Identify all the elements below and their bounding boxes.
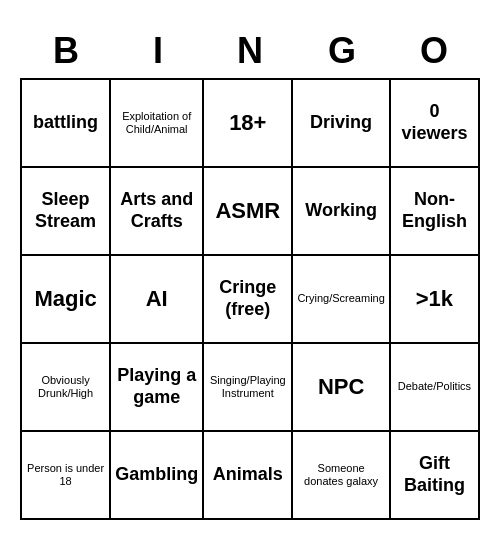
- bingo-cell-14: >1k: [391, 256, 480, 344]
- bingo-cell-3: Driving: [293, 80, 390, 168]
- bingo-cell-2: 18+: [204, 80, 293, 168]
- bingo-cell-16: Playing a game: [111, 344, 204, 432]
- bingo-letter: O: [388, 24, 480, 78]
- bingo-cell-17: Singing/Playing Instrument: [204, 344, 293, 432]
- bingo-card: BINGO battlingExploitation of Child/Anim…: [10, 14, 490, 530]
- bingo-cell-5: Sleep Stream: [22, 168, 111, 256]
- bingo-cell-8: Working: [293, 168, 390, 256]
- bingo-cell-18: NPC: [293, 344, 390, 432]
- bingo-cell-12: Cringe (free): [204, 256, 293, 344]
- bingo-cell-21: Gambling: [111, 432, 204, 520]
- bingo-cell-22: Animals: [204, 432, 293, 520]
- bingo-letter: B: [20, 24, 112, 78]
- bingo-header: BINGO: [20, 24, 480, 78]
- bingo-cell-7: ASMR: [204, 168, 293, 256]
- bingo-cell-1: Exploitation of Child/Animal: [111, 80, 204, 168]
- bingo-cell-15: Obviously Drunk/High: [22, 344, 111, 432]
- bingo-cell-4: 0 viewers: [391, 80, 480, 168]
- bingo-cell-13: Crying/Screaming: [293, 256, 390, 344]
- bingo-cell-23: Someone donates galaxy: [293, 432, 390, 520]
- bingo-cell-6: Arts and Crafts: [111, 168, 204, 256]
- bingo-letter: G: [296, 24, 388, 78]
- bingo-cell-9: Non-English: [391, 168, 480, 256]
- bingo-cell-10: Magic: [22, 256, 111, 344]
- bingo-cell-0: battling: [22, 80, 111, 168]
- bingo-cell-24: Gift Baiting: [391, 432, 480, 520]
- bingo-cell-20: Person is under 18: [22, 432, 111, 520]
- bingo-cell-19: Debate/Politics: [391, 344, 480, 432]
- bingo-letter: I: [112, 24, 204, 78]
- bingo-letter: N: [204, 24, 296, 78]
- bingo-grid: battlingExploitation of Child/Animal18+D…: [20, 78, 480, 520]
- bingo-cell-11: AI: [111, 256, 204, 344]
